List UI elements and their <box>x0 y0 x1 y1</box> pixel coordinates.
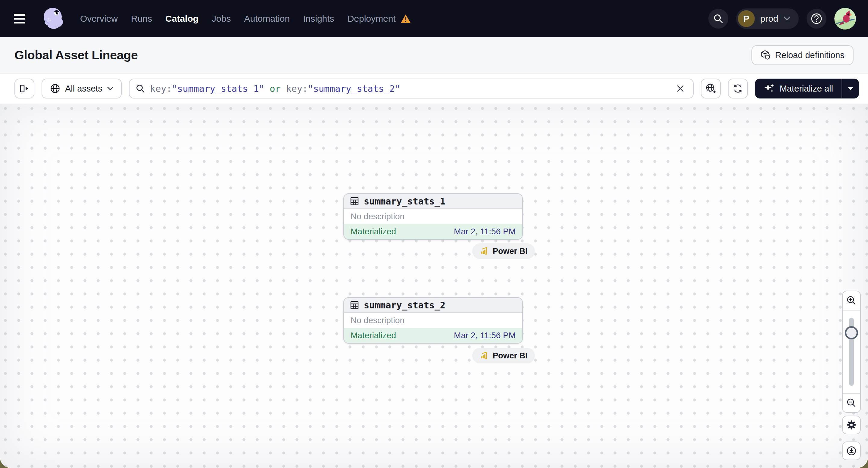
powerbi-tag-label: Power BI <box>493 247 528 256</box>
nav-item-insights[interactable]: Insights <box>303 13 334 24</box>
app-window: Overview Runs Catalog Jobs Automation In… <box>0 0 868 468</box>
powerbi-tag[interactable]: Power BI <box>472 243 535 259</box>
powerbi-tag[interactable]: Power BI <box>472 348 535 364</box>
zoom-slider-handle[interactable] <box>845 326 858 339</box>
nav-item-automation[interactable]: Automation <box>244 13 290 24</box>
materialization-timestamp[interactable]: Mar 2, 11:56 PM <box>454 227 516 237</box>
lineage-toolbar: All assets key:"summary_stats_1" or key:… <box>0 73 868 104</box>
powerbi-icon <box>479 247 489 256</box>
page-header: Global Asset Lineage Reload definitions <box>0 37 868 73</box>
asset-scope-selector[interactable]: All assets <box>41 79 122 98</box>
materialization-timestamp[interactable]: Mar 2, 11:56 PM <box>454 331 516 340</box>
reload-definitions-button[interactable]: Reload definitions <box>751 45 854 65</box>
table-icon <box>350 197 359 206</box>
page-title: Global Asset Lineage <box>14 48 137 62</box>
deployment-switcher[interactable]: P prod <box>736 8 799 29</box>
zoom-out-button[interactable] <box>843 394 860 412</box>
globe-add-icon <box>705 83 716 94</box>
zoom-in-button[interactable] <box>843 291 860 310</box>
sparkle-icon <box>764 83 775 94</box>
reload-definitions-label: Reload definitions <box>775 50 844 60</box>
search-icon[interactable] <box>708 9 728 29</box>
nav-item-catalog[interactable]: Catalog <box>165 13 198 24</box>
zoom-slider[interactable] <box>843 310 860 394</box>
search-query-text: key:"summary_stats_1" or key:"summary_st… <box>150 84 669 94</box>
fetch-remote-assets-button[interactable] <box>701 79 721 98</box>
materialize-options-button[interactable] <box>841 79 859 98</box>
chevron-down-icon <box>784 17 790 21</box>
dagster-logo[interactable] <box>41 6 66 31</box>
status-badge: Materialized <box>350 227 396 237</box>
materialize-all-button[interactable]: Materialize all <box>755 79 841 98</box>
refresh-icon <box>733 84 743 94</box>
zoom-out-icon <box>846 398 857 408</box>
asset-status-row: Materialized Mar 2, 11:56 PM <box>344 328 522 343</box>
zoom-in-icon <box>846 295 857 306</box>
deployment-avatar: P <box>738 10 755 27</box>
nav-item-jobs[interactable]: Jobs <box>212 13 231 24</box>
reload-cube-icon <box>761 50 771 60</box>
caret-down-icon <box>848 87 853 90</box>
nav-item-overview[interactable]: Overview <box>80 13 118 24</box>
warning-icon <box>401 14 411 23</box>
chevron-down-icon <box>107 87 113 91</box>
gear-icon <box>846 419 857 430</box>
materialize-all-split-button: Materialize all <box>755 79 859 98</box>
powerbi-tag-label: Power BI <box>493 351 528 361</box>
table-icon <box>350 301 359 310</box>
nav-right-cluster: P prod <box>708 8 856 30</box>
asset-node-header: summary_stats_2 <box>344 298 522 313</box>
refresh-button[interactable] <box>728 79 748 98</box>
hamburger-icon[interactable] <box>14 9 33 28</box>
asset-search-input[interactable]: key:"summary_stats_1" or key:"summary_st… <box>129 79 693 98</box>
nav-item-deployment[interactable]: Deployment <box>347 13 411 24</box>
asset-node-summary-stats-2[interactable]: summary_stats_2 No description Materiali… <box>343 297 523 344</box>
nav-item-runs[interactable]: Runs <box>131 13 152 24</box>
download-graph-button[interactable] <box>842 441 861 460</box>
status-badge: Materialized <box>350 331 396 340</box>
globe-icon <box>50 84 60 94</box>
asset-node-header: summary_stats_1 <box>344 194 522 209</box>
asset-description: No description <box>344 209 522 224</box>
powerbi-icon <box>479 351 489 360</box>
asset-node-summary-stats-1[interactable]: summary_stats_1 No description Materiali… <box>343 193 523 240</box>
deployment-name: prod <box>760 13 778 24</box>
graph-settings-button[interactable] <box>842 415 861 434</box>
panel-expand-icon <box>19 84 30 94</box>
open-sidebar-button[interactable] <box>14 79 34 98</box>
asset-name: summary_stats_1 <box>364 196 445 207</box>
asset-name: summary_stats_2 <box>364 300 445 311</box>
materialize-all-label: Materialize all <box>780 84 833 94</box>
asset-status-row: Materialized Mar 2, 11:56 PM <box>344 224 522 239</box>
help-icon[interactable] <box>807 9 827 29</box>
avatar[interactable] <box>834 8 856 30</box>
download-icon <box>846 445 857 456</box>
magnifier-icon <box>135 84 145 93</box>
asset-description: No description <box>344 313 522 328</box>
top-nav: Overview Runs Catalog Jobs Automation In… <box>0 0 868 37</box>
asset-scope-label: All assets <box>65 84 102 94</box>
nav-menu: Overview Runs Catalog Jobs Automation In… <box>80 13 411 24</box>
clear-x-icon[interactable] <box>674 82 687 95</box>
zoom-controls <box>842 291 861 413</box>
canvas-vignette <box>0 104 868 468</box>
lineage-canvas[interactable]: summary_stats_1 No description Materiali… <box>0 104 868 468</box>
